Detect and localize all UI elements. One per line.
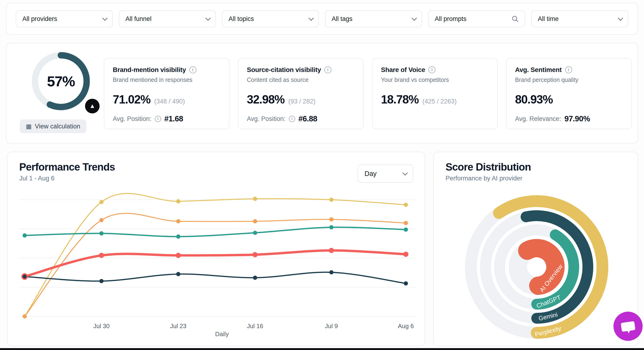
series-yellow-dot (99, 200, 104, 204)
filter-all-topics[interactable]: All topics (222, 10, 319, 27)
series-yellow-dot (329, 198, 334, 202)
series-red-dot (176, 253, 181, 258)
card-share-of-voice: Share of Voice i Your brand vs competito… (372, 58, 498, 129)
card-brand-mention-visibility: Brand-mention visibility i Brand mention… (104, 58, 230, 129)
series-orange-dot (404, 221, 408, 225)
view-calculation-button[interactable]: ▦ View calculation (20, 119, 86, 133)
chat-bubble-icon (614, 312, 642, 341)
filter-all-funnel[interactable]: All funnel (119, 10, 216, 27)
trend-line-chart: Jul 30Jul 23Jul 16Jul 9Aug 6Daily (19, 188, 418, 338)
trends-date-range: Jul 1 - Aug 6 (19, 175, 115, 182)
x-axis-label: Jul 30 (93, 322, 110, 329)
filter-label: All tags (332, 15, 352, 23)
interval-label: Day (364, 170, 377, 178)
window-bottom-edge (0, 348, 644, 350)
series-navy-line (25, 272, 406, 283)
view-calculation-label: View calculation (35, 123, 80, 130)
series-navy-dot (404, 281, 408, 286)
kpi-summary-panel: 57% ▲ ▦ View calculation Brand-mention v… (6, 43, 638, 143)
card-ratio: (425 / 2263) (422, 98, 457, 105)
chevron-down-icon (308, 16, 314, 21)
card-source-citation-visibility: Source-citation visibility i Content cit… (238, 58, 364, 129)
chevron-down-icon (102, 16, 108, 21)
filter-all-prompts[interactable]: All prompts (428, 10, 525, 27)
info-icon[interactable]: i (324, 66, 332, 73)
gauge-value: 57% (29, 49, 92, 113)
score-subtitle: Performance by AI provider (446, 175, 531, 182)
info-icon[interactable]: i (428, 66, 436, 73)
info-icon[interactable]: i (565, 66, 572, 73)
x-axis-note: Daily (215, 330, 229, 337)
card-subtitle: Your brand vs competitors (381, 76, 489, 83)
series-red-dot (403, 252, 408, 257)
series-yellow-dot (253, 197, 257, 201)
score-distribution-panel: Score Distribution Performance by AI pro… (433, 152, 638, 346)
series-orange-dot (176, 219, 180, 224)
filter-label: All topics (228, 15, 254, 23)
series-orange-dot (99, 218, 104, 222)
card-ratio: (93 / 282) (288, 98, 316, 105)
series-navy-dot (176, 272, 180, 276)
chevron-down-icon (412, 16, 417, 21)
info-icon[interactable]: i (289, 116, 295, 122)
search-icon (512, 15, 518, 22)
series-orange-dot (329, 217, 334, 222)
avg-relevance-label: Avg. Relevance: (515, 115, 561, 122)
filter-all-time[interactable]: All time (531, 10, 628, 27)
series-navy-start-dot (23, 274, 27, 278)
card-subtitle: Content cited as source (247, 76, 355, 83)
series-navy-dot (99, 279, 104, 283)
x-axis-label: Jul 9 (325, 322, 338, 329)
card-subtitle: Brand mentioned in responses (113, 76, 220, 83)
card-title: Source-citation visibility (247, 66, 321, 74)
filter-all-tags[interactable]: All tags (325, 10, 422, 27)
series-teal-line (25, 227, 406, 237)
series-red-dot (252, 252, 258, 257)
card-title: Avg. Sentiment (515, 66, 562, 74)
avg-position-label: Avg. Position: (113, 115, 152, 122)
avg-position-label: Avg. Position: (247, 115, 286, 122)
series-teal-dot (404, 228, 408, 232)
score-title: Score Distribution (446, 161, 531, 173)
trends-title: Performance Trends (19, 161, 115, 173)
card-subtitle: Brand perception quality (515, 76, 623, 83)
series-teal-dot (176, 235, 180, 239)
x-axis-label: Jul 23 (170, 322, 186, 329)
overall-score-gauge: 57% ▲ (29, 49, 92, 113)
kpi-cards-row: Brand-mention visibility i Brand mention… (104, 58, 632, 129)
series-yellow-dot (404, 203, 408, 207)
series-red-line (25, 251, 406, 277)
series-yellow-dot (176, 199, 180, 204)
info-icon[interactable]: i (155, 116, 161, 122)
filter-label: All funnel (126, 15, 152, 23)
series-orange-dot (253, 219, 257, 224)
avg-relevance-value: 97.90% (564, 114, 590, 123)
card-value: 71.02% (113, 93, 150, 106)
chat-launcher-button[interactable] (614, 312, 642, 341)
filter-label: All providers (22, 15, 57, 23)
info-icon[interactable]: i (189, 66, 196, 73)
interval-select[interactable]: Day (358, 164, 413, 183)
card-value: 32.98% (247, 93, 285, 106)
series-navy-dot (253, 276, 257, 280)
radial-bar-chart: PerplexityGeminiChatGPTAI Overview (462, 192, 612, 342)
arrow-up-icon: ▲ (89, 103, 95, 109)
filter-label: All time (538, 15, 559, 23)
avg-position-value: #6.88 (298, 114, 317, 123)
series-red-dot (99, 253, 104, 258)
series-teal-dot (99, 231, 104, 235)
card-ratio: (348 / 490) (154, 98, 185, 105)
filter-all-providers[interactable]: All providers (16, 10, 113, 27)
card-value: 18.78% (381, 93, 419, 106)
card-value: 80.93% (515, 93, 553, 106)
chevron-down-icon (618, 16, 623, 21)
x-axis-label: Aug 6 (398, 322, 414, 329)
filter-label: All prompts (435, 15, 466, 23)
chevron-down-icon (402, 170, 408, 176)
avg-position-value: #1.68 (164, 114, 183, 123)
series-orange-dot (22, 314, 27, 318)
calculator-icon: ▦ (26, 123, 32, 130)
card-title: Brand-mention visibility (113, 66, 186, 74)
series-teal-dot (329, 225, 334, 229)
series-navy-dot (329, 270, 334, 274)
